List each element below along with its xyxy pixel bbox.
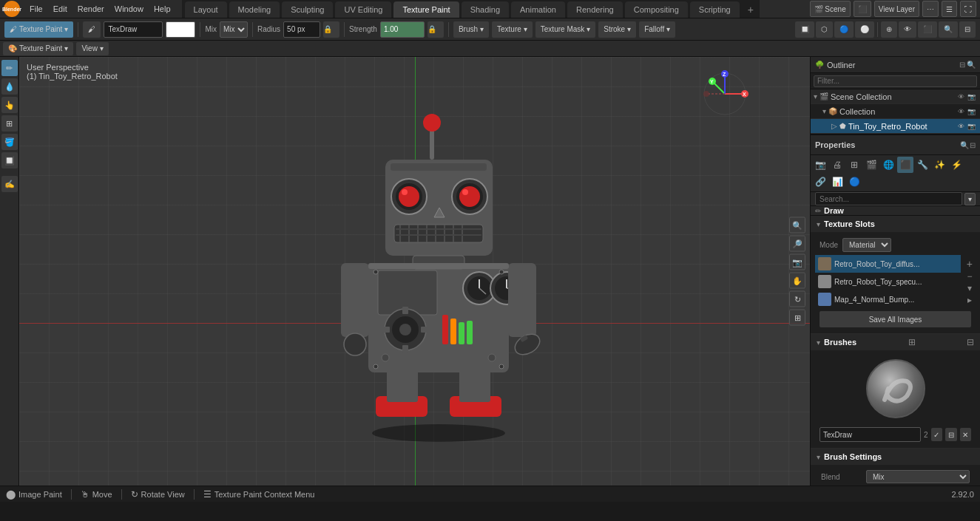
obj-visibility-btn[interactable]: 👁 xyxy=(956,123,966,130)
stroke-popup-btn[interactable]: Stroke▾ xyxy=(598,21,636,38)
world-props-btn[interactable]: 🌐 xyxy=(880,157,896,173)
modifier-props-btn[interactable]: 🔧 xyxy=(914,157,930,173)
menu-help[interactable]: Help xyxy=(149,3,176,15)
add-workspace-button[interactable]: + xyxy=(742,1,760,18)
ts-item-diffuse[interactable]: Retro_Robot_Toy_diffus... xyxy=(815,255,961,273)
ts-item-normal[interactable]: Map_4_Normal_Bump... xyxy=(815,290,961,308)
soften-tool-btn[interactable]: 💧 xyxy=(1,78,18,95)
menu-window[interactable]: Window xyxy=(109,3,149,15)
ts-item-specular[interactable]: Retro_Robot_Toy_specu... xyxy=(815,273,961,290)
brush-settings-header[interactable]: ▾ Brush Settings xyxy=(811,449,980,465)
coll-render-btn[interactable]: 📷 xyxy=(966,108,977,115)
brush-mode-btn[interactable]: 🖌 xyxy=(83,21,101,38)
full-screen-btn[interactable]: ⛶ xyxy=(960,1,976,17)
screen-layout-btn[interactable]: ☰ xyxy=(942,1,957,17)
annotate-tool-btn[interactable]: ✍ xyxy=(1,176,18,192)
tab-modeling[interactable]: Modeling xyxy=(229,1,280,18)
material-props-btn[interactable]: 🔵 xyxy=(846,174,862,190)
particles-props-btn[interactable]: ✨ xyxy=(931,157,947,173)
obj-render-btn[interactable]: 📷 xyxy=(966,123,977,130)
mode-selector[interactable]: 🖌 Texture Paint ▾ xyxy=(4,21,73,38)
expand-header-btn[interactable]: ⋯ xyxy=(922,1,939,17)
draw-tool-btn[interactable]: ✏ xyxy=(1,60,18,76)
radius-lock-btn[interactable]: 🔒 xyxy=(323,21,339,38)
ts-add-btn[interactable]: + xyxy=(964,258,976,270)
layers-btn[interactable]: ⊞ xyxy=(789,310,805,326)
pan-btn[interactable]: ✋ xyxy=(789,273,805,289)
tab-sculpting[interactable]: Sculpting xyxy=(282,1,333,18)
props-options-btn[interactable]: ▾ xyxy=(964,193,976,205)
collection-row[interactable]: ▾ 📦 Collection 👁 📷 xyxy=(811,104,980,119)
brushes-expand-btn[interactable]: ⊞ xyxy=(908,337,916,347)
texture-mask-popup-btn[interactable]: Texture Mask▾ xyxy=(535,21,595,38)
scene-selector[interactable]: 🎬 Scene xyxy=(810,1,850,17)
draw-section-header[interactable]: ✏ Draw xyxy=(811,206,980,216)
render-engine-btn[interactable]: ⬛ xyxy=(854,1,871,17)
scene-render-btn[interactable]: 📷 xyxy=(966,93,977,101)
object-row-robot[interactable]: ▷ ⬟ Tin_Toy_Retro_Robot 👁 📷 xyxy=(811,119,980,134)
scene-collection-row[interactable]: ▾ 🎬 Scene Collection 👁 📷 xyxy=(811,89,980,104)
view-layer-btn[interactable]: View Layer xyxy=(874,1,919,17)
smear-tool-btn[interactable]: 👆 xyxy=(1,97,18,113)
scene-visibility-btn[interactable]: 👁 xyxy=(956,93,966,101)
object-props-btn[interactable]: ⬛ xyxy=(897,157,913,173)
orbit-btn[interactable]: ↻ xyxy=(789,291,805,307)
3d-viewport[interactable]: User Perspective (1) Tin_Toy_Retro_Robot… xyxy=(19,57,810,486)
falloff-popup-btn[interactable]: Falloff▾ xyxy=(639,21,675,38)
brush-copy2-btn[interactable]: ⊟ xyxy=(945,428,956,441)
outliner-search-input[interactable] xyxy=(814,75,977,87)
ts-expand-btn[interactable]: ▸ xyxy=(964,295,976,305)
coll-visibility-btn[interactable]: 👁 xyxy=(956,108,966,115)
brush-name-field[interactable] xyxy=(820,427,921,442)
output-props-btn[interactable]: 🖨 xyxy=(829,157,845,173)
save-all-images-btn[interactable]: Save All Images xyxy=(820,311,971,327)
scene-props-btn[interactable]: 🎬 xyxy=(863,157,879,173)
constraints-props-btn[interactable]: 🔗 xyxy=(812,174,828,190)
props-search-btn[interactable]: 🔍 xyxy=(960,141,969,149)
physics-props-btn[interactable]: ⚡ xyxy=(948,157,964,173)
viewport-shading-btn4[interactable]: ⚪ xyxy=(855,21,874,38)
xray-btn[interactable]: ⬛ xyxy=(918,21,937,38)
ts-down-btn[interactable]: ▾ xyxy=(964,283,976,293)
search-viewport-btn[interactable]: 🔍 xyxy=(939,21,958,38)
mask-tool-btn[interactable]: 🔲 xyxy=(1,152,18,168)
brush-delete-btn[interactable]: ✕ xyxy=(960,428,971,441)
bs-blend-select[interactable]: Mix xyxy=(866,470,970,483)
mode-header-btn[interactable]: 🎨 Texture Paint ▾ xyxy=(3,42,73,55)
clone-tool-btn[interactable]: ⊞ xyxy=(1,115,18,132)
data-props-btn[interactable]: 📊 xyxy=(829,174,845,190)
ts-mode-select[interactable]: Material xyxy=(842,238,891,252)
props-search-input[interactable] xyxy=(815,192,962,205)
filter-btn[interactable]: ⊟ xyxy=(959,61,965,69)
viewport-shading-btn3[interactable]: 🔵 xyxy=(834,21,854,38)
tab-shading[interactable]: Shading xyxy=(462,1,509,18)
viewport-shading-btn1[interactable]: 🔲 xyxy=(795,21,814,38)
gizmo-btn[interactable]: ⊕ xyxy=(881,21,897,38)
tab-uvediting[interactable]: UV Editing xyxy=(335,1,391,18)
radius-input[interactable] xyxy=(283,21,320,38)
search-outliner-btn[interactable]: 🔍 xyxy=(967,61,976,69)
tab-scripting[interactable]: Scripting xyxy=(690,1,740,18)
strength-lock-btn[interactable]: 🔒 xyxy=(428,21,444,38)
tab-compositing[interactable]: Compositing xyxy=(625,1,688,18)
filters-btn[interactable]: ⊟ xyxy=(959,21,976,38)
brush-name-input[interactable] xyxy=(104,21,163,38)
ts-remove-btn[interactable]: − xyxy=(964,271,976,282)
view-layer-props-btn[interactable]: ⊞ xyxy=(846,157,862,173)
tab-texturepaint[interactable]: Texture Paint xyxy=(393,1,459,18)
zoom-in-btn[interactable]: 🔍 xyxy=(789,217,805,234)
props-filter-btn[interactable]: ⊟ xyxy=(970,141,976,149)
menu-render[interactable]: Render xyxy=(72,3,109,15)
blender-logo[interactable]: Blender xyxy=(4,1,20,17)
view-header-btn[interactable]: View ▾ xyxy=(76,42,109,55)
render-props-btn[interactable]: 📷 xyxy=(812,157,828,173)
foreground-color-swatch[interactable] xyxy=(166,21,195,38)
menu-edit[interactable]: Edit xyxy=(48,3,72,15)
brush-popup-btn[interactable]: Brush▾ xyxy=(453,21,489,38)
zoom-out-btn[interactable]: 🔎 xyxy=(789,236,805,252)
overlays-btn[interactable]: 👁 xyxy=(899,21,916,38)
texture-slots-header[interactable]: ▾ Texture Slots xyxy=(811,216,980,232)
brushes-copy-btn[interactable]: ⊟ xyxy=(967,337,974,347)
viewport-gizmo[interactable]: X Y Z xyxy=(699,68,751,121)
tab-layout[interactable]: Layout xyxy=(185,1,227,18)
